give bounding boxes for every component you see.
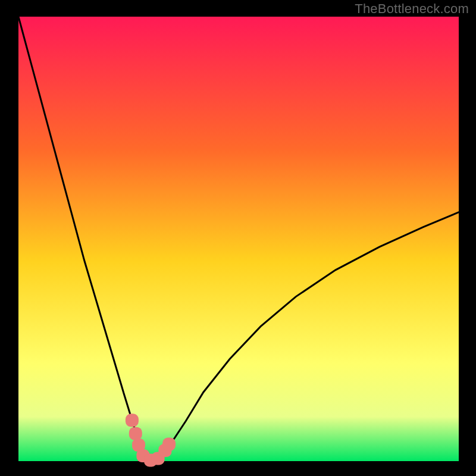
curve-marker — [129, 427, 142, 440]
bottleneck-chart — [0, 0, 476, 476]
outer-frame: TheBottleneck.com — [0, 0, 476, 476]
curve-marker — [162, 438, 176, 451]
watermark-text: TheBottleneck.com — [355, 1, 469, 17]
plot-area — [18, 17, 459, 461]
curve-marker — [126, 414, 139, 427]
